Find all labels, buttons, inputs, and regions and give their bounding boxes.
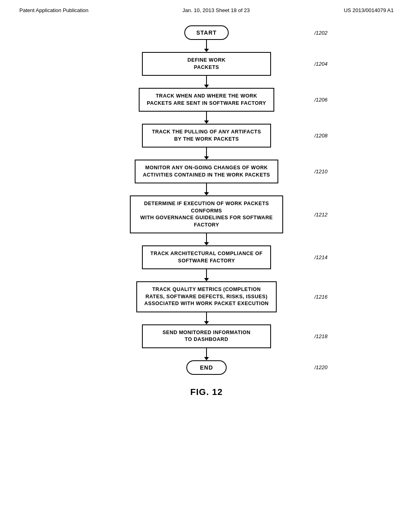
diagram-container: START/1202DEFINE WORK PACKETS/1204TRACK … bbox=[0, 13, 413, 397]
ref-1214: /1214 bbox=[314, 254, 327, 260]
connector-1204-to-1206 bbox=[204, 76, 209, 88]
ref-1218: /1218 bbox=[314, 333, 327, 339]
figure-caption: FIG. 12 bbox=[190, 387, 223, 397]
node-1206: TRACK WHEN AND WHERE THE WORK PACKETS AR… bbox=[106, 88, 307, 112]
shape-1208: TRACK THE PULLING OF ANY ARTIFACTS BY TH… bbox=[142, 124, 271, 148]
connector-1206-to-1208 bbox=[204, 112, 209, 124]
connector-1214-to-1216 bbox=[204, 269, 209, 281]
shape-1216: TRACK QUALITY METRICS (COMPLETION RATES,… bbox=[136, 281, 277, 312]
connector-1218-to-1220 bbox=[204, 348, 209, 360]
shape-1202: START bbox=[184, 25, 229, 40]
connector-1212-to-1214 bbox=[204, 233, 209, 245]
node-1216: TRACK QUALITY METRICS (COMPLETION RATES,… bbox=[106, 281, 307, 312]
node-1202: START/1202 bbox=[106, 25, 307, 40]
header-left: Patent Application Publication bbox=[19, 7, 88, 13]
connector-1210-to-1212 bbox=[204, 183, 209, 195]
node-1208: TRACK THE PULLING OF ANY ARTIFACTS BY TH… bbox=[106, 124, 307, 148]
connector-1208-to-1210 bbox=[204, 148, 209, 160]
ref-1202: /1202 bbox=[314, 30, 327, 36]
shape-1204: DEFINE WORK PACKETS bbox=[142, 52, 271, 76]
shape-1218: SEND MONITORED INFORMATION TO DASHBOARD bbox=[142, 324, 271, 348]
shape-1212: DETERMINE IF EXECUTION OF WORK PACKETS C… bbox=[130, 195, 283, 233]
ref-1216: /1216 bbox=[314, 294, 327, 300]
ref-1208: /1208 bbox=[314, 133, 327, 139]
connector-1216-to-1218 bbox=[204, 312, 209, 324]
node-1214: TRACK ARCHITECTURAL COMPLIANCE OF SOFTWA… bbox=[106, 245, 307, 269]
shape-1214: TRACK ARCHITECTURAL COMPLIANCE OF SOFTWA… bbox=[142, 245, 271, 269]
ref-1206: /1206 bbox=[314, 97, 327, 103]
ref-1204: /1204 bbox=[314, 61, 327, 67]
header-right: US 2013/0014079 A1 bbox=[344, 7, 394, 13]
node-1220: END/1220 bbox=[106, 360, 307, 375]
node-1218: SEND MONITORED INFORMATION TO DASHBOARD/… bbox=[106, 324, 307, 348]
ref-1220: /1220 bbox=[314, 364, 327, 370]
connector-1202-to-1204 bbox=[204, 40, 209, 52]
shape-1206: TRACK WHEN AND WHERE THE WORK PACKETS AR… bbox=[139, 88, 274, 112]
node-1204: DEFINE WORK PACKETS/1204 bbox=[106, 52, 307, 76]
header-middle: Jan. 10, 2013 Sheet 18 of 23 bbox=[182, 7, 250, 13]
node-1212: DETERMINE IF EXECUTION OF WORK PACKETS C… bbox=[106, 195, 307, 233]
shape-1210: MONITOR ANY ON-GOING CHANGES OF WORK ACT… bbox=[135, 160, 278, 183]
ref-1210: /1210 bbox=[314, 168, 327, 175]
page-header: Patent Application Publication Jan. 10, … bbox=[0, 0, 413, 13]
node-1210: MONITOR ANY ON-GOING CHANGES OF WORK ACT… bbox=[106, 160, 307, 183]
flowchart: START/1202DEFINE WORK PACKETS/1204TRACK … bbox=[106, 25, 307, 375]
ref-1212: /1212 bbox=[314, 212, 327, 218]
shape-1220: END bbox=[186, 360, 227, 375]
